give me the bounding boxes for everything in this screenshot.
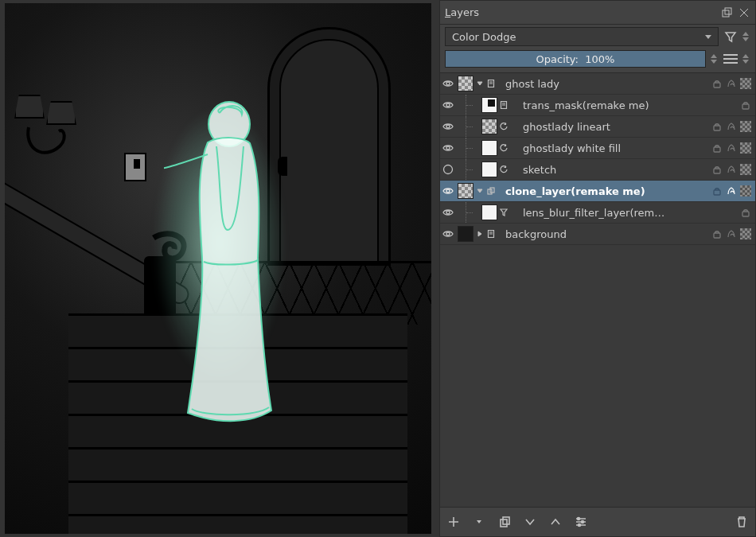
- duplicate-layer-button[interactable]: [497, 515, 512, 529]
- layer-type-icon: [486, 187, 496, 195]
- panel-bottombar: [440, 508, 755, 536]
- canvas-surface[interactable]: [5, 3, 431, 534]
- add-layer-menu-button[interactable]: [472, 515, 486, 529]
- svg-point-13: [443, 165, 452, 174]
- opacity-slider[interactable]: Opacity: 100%: [445, 50, 706, 68]
- alpha-lock-icon[interactable]: [725, 228, 738, 240]
- filter-layers-button[interactable]: [723, 29, 738, 44]
- alpha-lock-icon[interactable]: [725, 142, 738, 154]
- eye-open-icon: [442, 78, 454, 89]
- svg-rect-25: [503, 517, 509, 524]
- lock-icon[interactable]: [711, 185, 723, 197]
- layer-visibility-toggle[interactable]: [440, 116, 456, 137]
- move-layer-up-button[interactable]: [548, 515, 563, 529]
- blend-mode-select[interactable]: Color Dodge: [445, 27, 719, 46]
- lock-icon[interactable]: [739, 99, 752, 111]
- filter-spin[interactable]: [742, 28, 750, 45]
- eye-open-icon: [442, 207, 454, 218]
- inherit-alpha-icon[interactable]: [740, 164, 751, 175]
- scene-ghost-figure: [164, 99, 291, 433]
- illustration-scene: [5, 3, 431, 534]
- inherit-alpha-icon[interactable]: [740, 121, 751, 132]
- lock-icon[interactable]: [711, 142, 723, 154]
- svg-point-11: [446, 146, 450, 150]
- tree-indent: [466, 138, 480, 158]
- inherit-alpha-icon[interactable]: [740, 185, 751, 197]
- inherit-alpha-icon[interactable]: [740, 228, 751, 239]
- layer-expander[interactable]: [475, 76, 485, 91]
- opacity-spin[interactable]: [711, 50, 719, 68]
- layer-thumbnail: [458, 226, 473, 242]
- float-panel-button[interactable]: [720, 6, 733, 19]
- layer-row[interactable]: background: [440, 224, 755, 245]
- layer-visibility-toggle[interactable]: [440, 202, 456, 223]
- close-panel-button[interactable]: [738, 6, 750, 19]
- layer-expander[interactable]: [475, 226, 485, 242]
- layer-right-icons: [739, 99, 755, 111]
- lock-icon[interactable]: [711, 163, 723, 176]
- svg-rect-2: [725, 8, 731, 14]
- layer-visibility-toggle[interactable]: [440, 181, 456, 201]
- layer-name-label[interactable]: sketch: [509, 164, 711, 176]
- lock-icon[interactable]: [711, 120, 723, 133]
- layer-expander[interactable]: [475, 183, 485, 199]
- layer-thumbnail: [481, 97, 497, 113]
- layer-name-label[interactable]: ghost lady: [496, 78, 711, 90]
- layer-thumb-cell: [456, 116, 509, 137]
- lock-icon[interactable]: [739, 206, 752, 219]
- add-layer-button[interactable]: [446, 515, 461, 529]
- svg-rect-20: [742, 212, 749, 216]
- layer-visibility-toggle[interactable]: [440, 73, 456, 94]
- layer-visibility-toggle[interactable]: [440, 138, 456, 158]
- layer-row[interactable]: ghostlady white fill: [440, 138, 755, 159]
- layer-visibility-toggle[interactable]: [440, 95, 456, 115]
- layer-visibility-toggle[interactable]: [440, 224, 456, 244]
- layer-row[interactable]: sketch: [440, 159, 755, 181]
- opacity-row: Opacity: 100%: [440, 49, 755, 72]
- layer-right-icons: [711, 228, 755, 240]
- opacity-value: 100%: [585, 53, 614, 65]
- layer-thumbnail: [481, 204, 497, 220]
- alpha-lock-icon[interactable]: [725, 163, 738, 176]
- panel-menu-button[interactable]: [723, 52, 738, 66]
- layer-row[interactable]: ghostlady lineart: [440, 116, 755, 138]
- layer-row[interactable]: ghost lady: [440, 73, 755, 95]
- layer-thumbnail: [458, 76, 473, 91]
- layer-name-label[interactable]: background: [496, 228, 711, 240]
- svg-point-21: [446, 232, 450, 235]
- alpha-lock-icon[interactable]: [725, 77, 738, 90]
- lock-icon[interactable]: [711, 77, 723, 90]
- layer-thumbnail: [481, 161, 497, 177]
- layer-name-label[interactable]: clone_layer(remake me): [496, 185, 711, 197]
- layer-row[interactable]: clone_layer(remake me): [440, 181, 755, 202]
- inherit-alpha-icon[interactable]: [740, 78, 751, 89]
- lock-icon[interactable]: [711, 228, 723, 240]
- alpha-lock-icon[interactable]: [725, 120, 738, 133]
- layer-row[interactable]: lens_blur_filter_layer(rem…: [440, 202, 755, 224]
- svg-rect-1: [723, 10, 729, 17]
- layer-right-icons: [739, 206, 755, 219]
- layer-row[interactable]: trans_mask(remake me): [440, 95, 755, 116]
- inherit-alpha-icon[interactable]: [740, 142, 751, 154]
- layers-panel: Layers Color Dodge Opacity: 100%: [439, 0, 756, 537]
- panel-menu-spin[interactable]: [742, 50, 750, 68]
- layer-right-icons: [711, 77, 755, 90]
- layer-visibility-toggle[interactable]: [440, 159, 456, 180]
- layer-name-label[interactable]: ghostlady lineart: [509, 121, 711, 133]
- svg-rect-18: [714, 190, 720, 195]
- layer-name-label[interactable]: trans_mask(remake me): [509, 99, 739, 111]
- layer-thumbnail: [481, 119, 497, 134]
- move-layer-down-button[interactable]: [523, 515, 537, 529]
- eye-open-icon: [442, 121, 454, 132]
- delete-layer-button[interactable]: [735, 515, 749, 529]
- svg-point-9: [446, 125, 450, 128]
- layer-name-label[interactable]: ghostlady white fill: [509, 142, 711, 154]
- svg-rect-10: [714, 126, 720, 130]
- layer-properties-button[interactable]: [574, 515, 588, 529]
- layer-type-icon: [499, 144, 509, 152]
- layer-name-label[interactable]: lens_blur_filter_layer(rem…: [509, 207, 739, 219]
- alpha-lock-icon[interactable]: [725, 185, 738, 197]
- svg-point-6: [446, 103, 450, 107]
- svg-rect-12: [714, 147, 720, 152]
- layer-type-icon: [499, 101, 509, 109]
